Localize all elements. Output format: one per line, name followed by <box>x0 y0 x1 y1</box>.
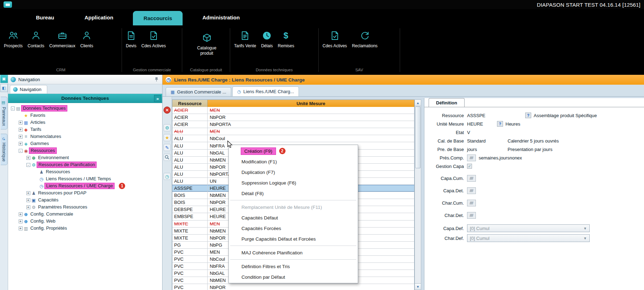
tree-item[interactable]: + Capacités <box>8 197 162 204</box>
context-menu-item[interactable]: Remplacement Unité de Mesure (F11) <box>229 202 358 212</box>
context-menu-item[interactable]: Duplication (F7) <box>229 167 358 177</box>
tree-item[interactable]: + Gammes <box>8 140 162 147</box>
context-menu-item[interactable]: Suppression Logique (F6) <box>229 177 358 188</box>
menu-tab[interactable]: Application <box>74 9 124 25</box>
pin-icon[interactable] <box>153 76 160 83</box>
grid-tool-icon[interactable]: ▦ <box>467 187 476 194</box>
ribbon-button[interactable]: Clients <box>78 28 96 50</box>
field-value[interactable]: jours <box>467 147 508 152</box>
context-menu-item[interactable]: Création (F9) 2 <box>229 146 358 156</box>
tree-item[interactable]: + Environnement <box>8 154 162 161</box>
search-icon[interactable] <box>164 154 171 161</box>
context-menu-item[interactable]: Condition par Défaut <box>229 272 358 282</box>
scroll-down-button[interactable]: ▼ <box>415 283 421 290</box>
tree-item[interactable]: + Ressources pour PDAP <box>8 189 162 197</box>
context-menu-item[interactable]: Définition Filtres et Tris <box>229 261 358 272</box>
scroll-up-button[interactable]: ▲ <box>415 100 421 106</box>
clock-icon[interactable]: ◷ <box>164 173 171 180</box>
tree-item[interactable]: + Nomenclatures <box>8 133 162 140</box>
context-menu-item[interactable]: Purge Capacités Défaut et Forcées <box>229 234 358 244</box>
gear-icon[interactable]: ⚙ <box>164 124 171 131</box>
tree-expander[interactable]: + <box>18 142 23 146</box>
tree-expander[interactable]: + <box>26 191 31 195</box>
tree-item[interactable]: Liens Ressources / UME Temps <box>8 175 162 182</box>
tree-expander[interactable]: + <box>18 226 23 230</box>
tab-definition[interactable]: Définition <box>429 98 465 107</box>
close-icon[interactable]: ✕ <box>164 107 171 114</box>
context-menu-item[interactable]: Modification (F1) <box>229 156 358 167</box>
ribbon-button[interactable]: Devis <box>123 28 139 50</box>
menu-tab[interactable]: Administration <box>192 9 250 25</box>
tree-item[interactable]: + Config. Commerciale <box>8 211 162 218</box>
tree-item[interactable]: + Tarifs <box>8 126 162 133</box>
ribbon-button[interactable]: Tarifs Vente <box>232 28 259 50</box>
table-row[interactable]: ACIER MEN <box>172 107 414 114</box>
tree-item[interactable]: - Données Techniques <box>8 105 162 112</box>
tree-item[interactable]: + Config. Web <box>8 218 162 225</box>
grid-tool-icon[interactable]: ▦ <box>467 155 476 161</box>
context-menu-item[interactable] <box>229 199 358 202</box>
menu-tab[interactable]: Bureau <box>25 9 65 25</box>
char-def-select[interactable]: [0] Cumul ▼ <box>467 234 590 242</box>
app-icon[interactable] <box>4 1 12 8</box>
field-value[interactable]: Standard <box>467 138 508 144</box>
ribbon-button[interactable]: Catalogue produit <box>195 28 219 58</box>
tree-item[interactable]: Favoris <box>8 112 162 119</box>
panels-toggle-icon[interactable]: ▣ <box>0 75 8 83</box>
tree-expander[interactable]: - <box>10 107 15 110</box>
tree-item[interactable]: Liens Ressources / UME Charge 1 <box>8 182 162 189</box>
ribbon-button[interactable]: Contacts <box>25 28 47 50</box>
table-row[interactable]: PVC NbPOR <box>172 284 414 290</box>
tree-item[interactable]: + Articles <box>8 119 162 126</box>
tree-expander[interactable]: + <box>26 198 31 202</box>
capa-def-select[interactable]: [0] Cumul ▼ <box>467 224 590 232</box>
column-header-ressource[interactable]: Ressource <box>172 100 208 107</box>
tree-expander[interactable]: + <box>26 205 31 209</box>
ribbon-button[interactable]: Délais <box>259 28 275 50</box>
field-value[interactable]: V <box>467 130 470 135</box>
tree-item[interactable]: + Config. Propriétés <box>8 225 162 232</box>
tree-expander[interactable]: + <box>26 156 31 160</box>
ribbon-button[interactable]: Cdes Actives <box>320 28 349 50</box>
grid-tool-icon[interactable]: ▦ <box>467 175 476 182</box>
grid-tool-icon[interactable]: ▦ <box>467 212 476 219</box>
menu-tab[interactable]: Raccourcis <box>133 11 183 25</box>
tree-expander[interactable]: + <box>18 212 23 216</box>
context-menu-item[interactable]: Capacités Forcées <box>229 223 358 234</box>
grid-tool-icon[interactable]: ▦ <box>467 200 476 206</box>
tree-item[interactable]: + Paramètres Ressources <box>8 204 162 211</box>
help-icon[interactable]: ? <box>525 113 531 118</box>
tree-expander[interactable]: + <box>18 128 23 132</box>
table-row[interactable]: ALU MEN <box>172 128 414 135</box>
side-tab-panneaux[interactable]: ▤ Panneaux <box>1 97 7 129</box>
tab-navigation[interactable]: Navigation <box>10 85 47 93</box>
ribbon-button[interactable]: Cdes Actives <box>139 28 168 50</box>
context-menu-item[interactable] <box>229 258 358 261</box>
context-menu-item[interactable] <box>229 244 358 247</box>
table-row[interactable]: ACIER NbPORTA <box>172 121 414 128</box>
context-menu-item[interactable]: MAJ Cohérence Planification <box>229 247 358 258</box>
side-tab-historique[interactable]: ↺ Historique <box>1 134 7 165</box>
tree-item[interactable]: Ressources <box>8 168 162 175</box>
table-row[interactable]: ACIER NbPOR <box>172 114 414 121</box>
tab-gestion-commerciale[interactable]: ▦ Gestion Commerciale ... <box>166 87 231 96</box>
layout-toggle-icon[interactable]: ◧ <box>0 84 8 92</box>
column-header-unite-mesure[interactable]: Unité Mesure <box>208 100 414 107</box>
scrollbar-thumb[interactable] <box>415 107 421 168</box>
tree-expander[interactable]: - <box>18 149 23 153</box>
ribbon-button[interactable]: Remises <box>275 28 297 50</box>
help-icon[interactable]: ? <box>497 121 503 127</box>
edit-icon[interactable]: ✎ <box>164 144 171 151</box>
ribbon-button[interactable]: Commerciaux <box>47 28 78 50</box>
field-value[interactable]: HEURE <box>467 121 497 127</box>
tree-item[interactable]: - Ressources de Planification <box>8 161 162 168</box>
tree-item[interactable]: - Ressources <box>8 147 162 154</box>
tab-liens-ume-charge[interactable]: ◷ Liens Res./UME Charg... <box>232 86 299 96</box>
context-menu-item[interactable]: Détail (F8) <box>229 188 358 199</box>
tree-expander[interactable]: + <box>18 219 23 223</box>
context-menu-item[interactable]: Capacités Défaut <box>229 212 358 223</box>
star-icon[interactable]: ★ <box>164 134 171 141</box>
collapse-panel-button[interactable]: » <box>154 95 161 102</box>
gestion-capa-checkbox[interactable]: ✓ <box>467 164 472 169</box>
tree-expander[interactable]: + <box>18 121 23 125</box>
